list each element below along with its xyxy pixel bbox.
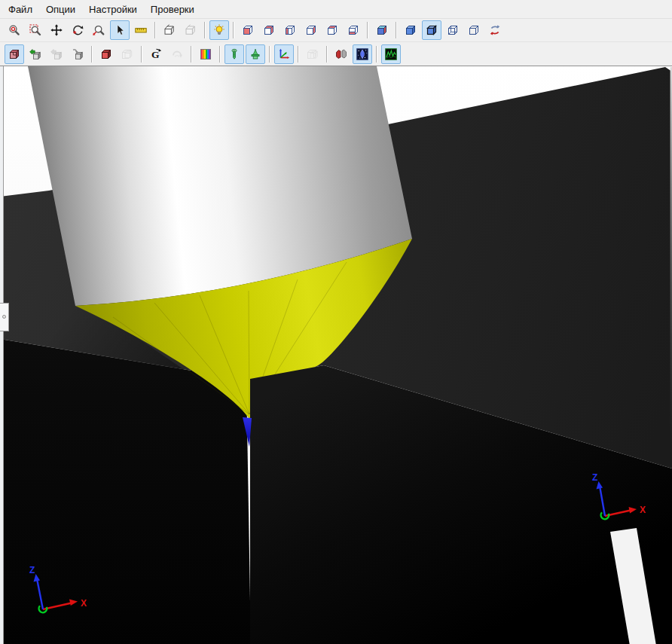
- view-front-icon: [242, 24, 254, 36]
- menu-bar: ФайлОпцииНастройкиПроверки: [0, 0, 672, 18]
- axis-x-label: X: [640, 505, 646, 515]
- axis-x-label: X: [81, 598, 87, 609]
- view-iso-button[interactable]: [372, 20, 392, 40]
- section-box-button[interactable]: [160, 20, 179, 40]
- rotate-g-icon: G: [150, 48, 162, 60]
- compare-model-alt-button[interactable]: [118, 44, 137, 64]
- orbit-icon: [72, 24, 84, 36]
- load-model-icon: [29, 48, 41, 60]
- load-model-alt-icon: [50, 48, 63, 60]
- menu-item-file[interactable]: Файл: [2, 1, 39, 18]
- axis-z-label: Z: [592, 472, 597, 483]
- compare-model-icon: [100, 48, 112, 60]
- view-left-button[interactable]: [280, 20, 300, 40]
- zoom-dynamic-button[interactable]: [89, 20, 108, 40]
- render-shaded-edges-icon: [426, 24, 438, 36]
- toolbar-separator: [204, 22, 206, 38]
- show-holder-icon: [249, 48, 261, 60]
- view-right-icon: [305, 24, 317, 36]
- toolbar-separator: [141, 46, 142, 63]
- rotate-alt-icon: [171, 48, 183, 60]
- view-front-button[interactable]: [238, 20, 258, 40]
- export-model-button[interactable]: [68, 44, 87, 64]
- menu-item-options[interactable]: Опции: [39, 1, 82, 18]
- section-box-alt-icon: [185, 24, 197, 36]
- view-back-icon: [263, 24, 275, 36]
- collision-button[interactable]: [331, 44, 351, 64]
- section-box-alt-button[interactable]: [181, 20, 200, 40]
- show-tool-icon: [228, 48, 240, 60]
- render-hidden-line-button[interactable]: [443, 20, 463, 40]
- menu-item-checks[interactable]: Проверки: [144, 1, 201, 18]
- measure-button[interactable]: [131, 20, 151, 40]
- toolbar-separator: [233, 22, 234, 38]
- view-right-button[interactable]: [301, 20, 321, 40]
- load-model-button[interactable]: [26, 44, 45, 64]
- render-wireframe-button[interactable]: [464, 20, 484, 40]
- toolpath-graph-button[interactable]: [381, 44, 401, 64]
- splitter-grip-icon: [2, 315, 6, 319]
- color-scale-icon: [200, 48, 212, 60]
- view-iso-icon: [376, 24, 388, 36]
- compare-model-button[interactable]: [96, 44, 116, 64]
- section-box-icon: [163, 24, 176, 36]
- left-panel-splitter[interactable]: [0, 66, 4, 644]
- toolbar-separator: [154, 22, 156, 38]
- rotate-g-button[interactable]: G: [146, 44, 166, 64]
- reverse-direction-icon: [489, 24, 501, 36]
- render-hidden-line-icon: [447, 24, 459, 36]
- view-top-icon: [326, 24, 338, 36]
- show-axes-icon: [278, 48, 290, 60]
- pan-button[interactable]: [47, 20, 66, 40]
- reverse-direction-button[interactable]: [485, 20, 505, 40]
- stock-model-icon: [8, 48, 20, 60]
- load-model-alt-button[interactable]: [47, 44, 66, 64]
- orbit-button[interactable]: [68, 20, 87, 40]
- view-bottom-button[interactable]: [344, 20, 363, 40]
- light-button[interactable]: [209, 20, 229, 40]
- zoom-window-button[interactable]: [26, 20, 45, 40]
- simulation-icon: [356, 48, 368, 60]
- toolbar-model: G: [0, 41, 672, 66]
- toolbar-separator: [191, 46, 192, 63]
- viewport-3d[interactable]: X Z X Z: [0, 66, 672, 644]
- compare-model-alt-icon: [121, 48, 133, 60]
- zoom-target-button[interactable]: [5, 20, 24, 40]
- render-shaded-edges-button[interactable]: [422, 20, 441, 40]
- toolpath-graph-icon: [385, 48, 397, 60]
- left-panel-toggle[interactable]: [0, 303, 9, 331]
- render-shaded-icon: [405, 24, 417, 36]
- toolbar-separator: [91, 46, 93, 63]
- toolbar-separator: [269, 46, 270, 63]
- toolbar-separator: [219, 46, 221, 63]
- zoom-dynamic-icon: [93, 24, 105, 36]
- select-cursor-icon: [114, 24, 126, 36]
- collision-icon: [335, 48, 347, 60]
- render-shaded-button[interactable]: [401, 20, 420, 40]
- view-left-icon: [284, 24, 296, 36]
- toolbar-separator: [367, 22, 368, 38]
- menu-item-settings[interactable]: Настройки: [82, 1, 144, 18]
- view-top-button[interactable]: [322, 20, 342, 40]
- scene-3d[interactable]: X Z X Z: [0, 66, 672, 644]
- show-axes-button[interactable]: [274, 44, 294, 64]
- toolbar-separator: [326, 46, 328, 63]
- application-window: ФайлОпцииНастройкиПроверки G: [0, 0, 672, 644]
- color-scale-button[interactable]: [196, 44, 215, 64]
- light-icon: [213, 24, 225, 36]
- svg-text:G: G: [151, 48, 160, 60]
- select-cursor-button[interactable]: [110, 20, 130, 40]
- show-tool-button[interactable]: [225, 44, 244, 64]
- axis-z-label: Z: [29, 565, 35, 575]
- toolbar-separator: [376, 46, 377, 63]
- show-holder-button[interactable]: [246, 44, 265, 64]
- ghost-model-button[interactable]: [303, 44, 322, 64]
- toolbar-separator: [396, 22, 397, 38]
- simulation-button[interactable]: [353, 44, 372, 64]
- view-bottom-icon: [347, 24, 359, 36]
- rotate-alt-button[interactable]: [167, 44, 187, 64]
- export-model-icon: [72, 48, 84, 60]
- view-back-button[interactable]: [259, 20, 279, 40]
- stock-model-button[interactable]: [5, 44, 24, 64]
- measure-icon: [135, 24, 147, 36]
